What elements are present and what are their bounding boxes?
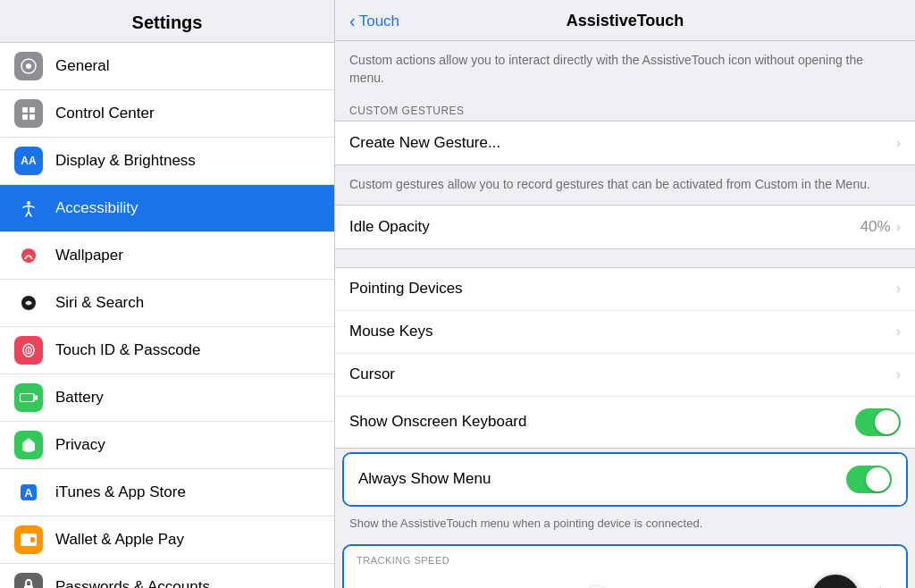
svg-rect-13 — [35, 396, 38, 400]
touchid-label: Touch ID & Passcode — [55, 341, 201, 359]
idle-opacity-label: Idle Opacity — [349, 218, 860, 236]
battery-icon — [14, 383, 43, 412]
svg-rect-14 — [21, 394, 33, 401]
siri-icon — [14, 289, 43, 317]
sidebar-item-battery[interactable]: Battery — [0, 374, 334, 422]
passwords-icon — [14, 573, 43, 588]
sidebar-item-display[interactable]: AADisplay & Brightness — [0, 138, 334, 185]
passwords-label: Passwords & Accounts — [55, 578, 210, 588]
idle-opacity-chevron-icon: › — [896, 219, 901, 235]
wallpaper-label: Wallpaper — [55, 247, 123, 265]
custom-gestures-header: CUSTOM GESTURES — [335, 97, 915, 121]
show-keyboard-label: Show Onscreen Keyboard — [349, 413, 855, 431]
speed-knob[interactable] — [811, 575, 860, 588]
slider-row: 🐢 🐇 — [357, 575, 894, 588]
svg-rect-2 — [22, 107, 28, 113]
intro-text: Custom actions allow you to interact dir… — [335, 41, 915, 97]
sidebar-item-passwords[interactable]: Passwords & Accounts — [0, 564, 334, 588]
create-gesture-label: Create New Gesture... — [349, 134, 896, 152]
svg-rect-4 — [22, 114, 28, 120]
create-gesture-row[interactable]: Create New Gesture... › — [335, 122, 915, 164]
sidebar-item-wallet[interactable]: Wallet & Apple Pay — [0, 517, 334, 564]
battery-label: Battery — [55, 389, 104, 407]
sidebar-item-general[interactable]: General — [0, 43, 334, 90]
wallet-icon — [14, 525, 43, 554]
accessibility-label: Accessibility — [55, 199, 139, 217]
tracking-speed-header: TRACKING SPEED — [357, 555, 894, 566]
svg-point-6 — [27, 201, 30, 205]
custom-gestures-note: Custom gestures allow you to record gest… — [335, 165, 915, 205]
wallpaper-icon — [14, 241, 43, 270]
always-show-menu-highlighted: Always Show Menu — [342, 452, 908, 507]
display-label: Display & Brightness — [55, 152, 196, 170]
itunes-icon: A — [14, 478, 43, 507]
pointing-devices-row[interactable]: Pointing Devices › — [335, 268, 915, 311]
always-show-menu-note: Show the AssistiveTouch menu when a poin… — [335, 510, 915, 541]
pointing-devices-chevron-icon: › — [896, 281, 901, 297]
siri-label: Siri & Search — [55, 294, 144, 312]
pointing-devices-label: Pointing Devices — [349, 280, 896, 298]
general-label: General — [55, 57, 109, 75]
always-show-menu-toggle[interactable] — [846, 466, 892, 493]
wallet-label: Wallet & Apple Pay — [55, 531, 184, 549]
touchid-icon — [14, 336, 43, 365]
accessibility-icon — [14, 194, 43, 223]
show-keyboard-row: Show Onscreen Keyboard — [335, 397, 915, 448]
sidebar-header: Settings — [0, 0, 334, 43]
mouse-keys-row[interactable]: Mouse Keys › — [335, 311, 915, 354]
mouse-keys-label: Mouse Keys — [349, 323, 896, 340]
idle-opacity-group: Idle Opacity 40% › — [335, 205, 915, 249]
control-center-icon — [14, 99, 43, 128]
spacer1 — [335, 249, 915, 267]
cursor-label: Cursor — [349, 365, 896, 383]
sidebar-item-privacy[interactable]: Privacy — [0, 422, 334, 469]
always-show-menu-label: Always Show Menu — [358, 470, 846, 488]
sidebar-item-accessibility[interactable]: Accessibility — [0, 185, 334, 232]
page-title: AssistiveTouch — [567, 12, 684, 30]
display-icon: AA — [14, 147, 43, 175]
always-show-menu-row: Always Show Menu — [344, 454, 906, 505]
privacy-label: Privacy — [55, 436, 105, 454]
svg-rect-18 — [30, 537, 35, 542]
sidebar-item-itunes[interactable]: AiTunes & App Store — [0, 469, 334, 517]
control-center-label: Control Center — [55, 105, 155, 122]
idle-opacity-row[interactable]: Idle Opacity 40% › — [335, 206, 915, 248]
cursor-chevron-icon: › — [896, 366, 901, 382]
svg-rect-3 — [29, 107, 35, 113]
svg-text:A: A — [24, 486, 33, 500]
sidebar: Settings GeneralControl CenterAADisplay … — [0, 0, 335, 588]
privacy-icon — [14, 431, 43, 459]
main-content: Custom actions allow you to interact dir… — [335, 41, 915, 588]
mouse-keys-chevron-icon: › — [896, 323, 901, 340]
back-button[interactable]: ‹ Touch — [349, 11, 399, 31]
sidebar-item-control-center[interactable]: Control Center — [0, 90, 334, 138]
chevron-right-icon: › — [896, 135, 901, 151]
main-header: ‹ Touch AssistiveTouch — [335, 0, 915, 41]
svg-rect-5 — [29, 114, 35, 120]
sidebar-item-siri[interactable]: Siri & Search — [0, 280, 334, 327]
sidebar-item-touchid[interactable]: Touch ID & Passcode — [0, 327, 334, 374]
sidebar-item-wallpaper[interactable]: Wallpaper — [0, 232, 334, 280]
devices-group: Pointing Devices › Mouse Keys › Cursor ›… — [335, 267, 915, 449]
custom-gestures-group: Create New Gesture... › — [335, 121, 915, 165]
tracking-speed-section: TRACKING SPEED 🐢 🐇 — [342, 544, 908, 588]
show-keyboard-knob — [875, 410, 899, 434]
cursor-row[interactable]: Cursor › — [335, 354, 915, 397]
sidebar-title: Settings — [14, 13, 320, 33]
idle-opacity-value: 40% — [860, 218, 891, 236]
sidebar-list: GeneralControl CenterAADisplay & Brightn… — [0, 43, 334, 588]
always-show-menu-knob — [866, 467, 890, 491]
back-chevron-icon: ‹ — [349, 11, 356, 31]
svg-point-1 — [26, 63, 31, 69]
show-keyboard-toggle[interactable] — [855, 408, 901, 436]
itunes-label: iTunes & App Store — [55, 483, 186, 501]
general-icon — [14, 52, 43, 80]
back-label: Touch — [359, 13, 399, 30]
main-panel: ‹ Touch AssistiveTouch Custom actions al… — [335, 0, 915, 588]
